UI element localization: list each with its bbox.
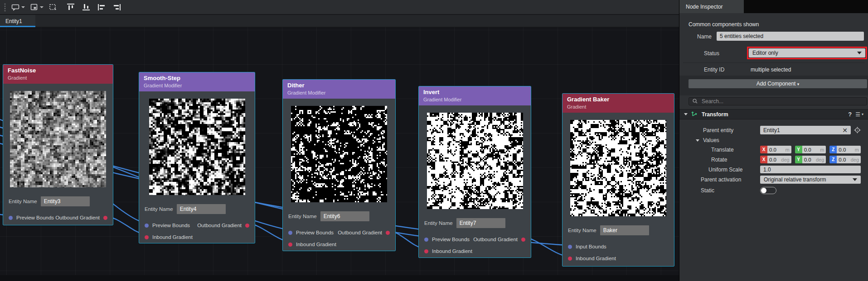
input-pin-dot[interactable] [424, 238, 428, 242]
parent-entity-field[interactable]: Entity1 ✕ [760, 126, 851, 134]
output-pin-dot[interactable] [521, 238, 525, 242]
rotate-y-field[interactable]: Y 0.0deg [795, 156, 826, 163]
rotate-x-value[interactable]: 0.0 [769, 157, 776, 162]
entity-name-input[interactable]: Entity4 [177, 204, 226, 214]
input-pin-dot[interactable] [568, 245, 572, 249]
node-fastnoise[interactable]: FastNoise Gradient Entity Name Entity3 P… [3, 64, 113, 225]
node-header[interactable]: Gradient Baker Gradient [563, 94, 674, 113]
pin-label: Preview Bounds [432, 237, 470, 242]
align-right-button[interactable] [112, 2, 122, 12]
pin-preview-bounds[interactable]: Preview Bounds [145, 223, 190, 228]
node-group-tool-button[interactable] [29, 2, 45, 12]
entity-id-value: multiple selected [751, 67, 791, 73]
align-left-button[interactable] [96, 2, 107, 12]
transform-icon [691, 110, 698, 119]
values-caret-icon[interactable] [696, 139, 699, 142]
rotate-x-field[interactable]: X 0.0deg [760, 156, 791, 163]
pin-input-bounds[interactable]: Input Bounds [568, 244, 606, 249]
edit-selection-icon [49, 4, 57, 11]
entity-name-input[interactable]: Entity7 [456, 218, 505, 228]
input-pin-dot[interactable] [145, 235, 149, 239]
entity-name-input[interactable]: Entity6 [320, 211, 369, 221]
output-pin-dot[interactable] [103, 216, 107, 220]
pin-preview-bounds[interactable]: Preview Bounds [424, 237, 470, 242]
pin-label: Outbound Gradient [197, 223, 242, 228]
output-pin-dot[interactable] [245, 224, 249, 228]
pin-outbound-gradient[interactable]: Outbound Gradient [338, 230, 390, 235]
pin-label: Inbound Gradient [432, 248, 472, 254]
static-toggle[interactable] [760, 187, 776, 194]
node-header[interactable]: Smooth-Step Gradient Modifier [139, 72, 255, 91]
pin-inbound-gradient[interactable]: Inbound Gradient [424, 248, 472, 254]
translate-x-field[interactable]: X 0.0m [760, 146, 791, 153]
component-search[interactable] [689, 97, 867, 105]
gradient-preview-image [291, 106, 387, 202]
node-title: Smooth-Step [144, 75, 250, 82]
input-pin-dot[interactable] [424, 249, 428, 253]
add-component-button[interactable]: Add Component ▾ [689, 79, 867, 88]
entity-picker-icon[interactable] [854, 127, 861, 133]
output-pin-dot[interactable] [386, 231, 390, 235]
input-pin-dot[interactable] [568, 257, 572, 261]
comment-tool-button[interactable] [10, 2, 26, 12]
align-bottom-button[interactable] [81, 2, 92, 12]
help-icon[interactable]: ? [848, 111, 852, 118]
pin-label: Preview Bounds [152, 223, 190, 228]
rotate-y-value[interactable]: 0.0 [804, 157, 811, 162]
node-header[interactable]: Invert Gradient Modifier [419, 86, 531, 105]
align-right-icon [113, 4, 121, 11]
pin-preview-bounds[interactable]: Preview Bounds [288, 230, 334, 235]
uniform-scale-field[interactable]: 1.0 [760, 166, 861, 173]
entity-name-label: Entity Name [145, 206, 173, 212]
pin-outbound-gradient[interactable]: Outbound Gradient [197, 223, 249, 228]
gradient-preview-image [149, 99, 245, 195]
rotate-z-value[interactable]: 0.0 [839, 157, 846, 162]
pin-inbound-gradient[interactable]: Inbound Gradient [288, 242, 336, 247]
status-dropdown[interactable]: Editor only [749, 48, 865, 57]
node-subtitle: Gradient [567, 104, 669, 110]
clear-icon[interactable]: ✕ [842, 127, 848, 133]
node-dither[interactable]: Dither Gradient Modifier Entity Name Ent… [282, 79, 396, 251]
pin-label: Input Bounds [576, 244, 606, 249]
unit-label: m [855, 147, 859, 152]
input-pin-dot[interactable] [288, 243, 292, 247]
search-input[interactable] [701, 98, 863, 105]
transform-header[interactable]: Transform ? ☰▾ [679, 109, 868, 119]
collapse-caret-icon[interactable] [684, 113, 688, 115]
node-invert[interactable]: Invert Gradient Modifier Entity Name Ent… [418, 86, 531, 258]
z-axis-badge: Z [829, 146, 837, 153]
translate-z-field[interactable]: Z 0.0m [829, 146, 861, 153]
node-header[interactable]: Dither Gradient Modifier [283, 80, 395, 99]
entity-name-input[interactable]: Entity3 [41, 196, 90, 206]
edit-selection-tool-button[interactable] [48, 2, 58, 12]
rotate-z-field[interactable]: Z 0.0deg [829, 156, 861, 163]
translate-z-value[interactable]: 0.0 [839, 147, 846, 152]
node-subtitle: Gradient Modifier [287, 90, 391, 96]
tab-entity1[interactable]: Entity1 [0, 15, 35, 27]
align-top-button[interactable] [65, 2, 76, 12]
pin-outbound-gradient[interactable]: Outbound Gradient [473, 237, 525, 242]
entity-name-input[interactable]: Baker [600, 225, 649, 235]
name-field[interactable]: 5 entities selected [717, 32, 864, 41]
z-axis-badge: Z [829, 156, 837, 163]
translate-x-value[interactable]: 0.0 [769, 147, 776, 152]
translate-y-field[interactable]: Y 0.0m [795, 146, 826, 153]
node-smooth-step[interactable]: Smooth-Step Gradient Modifier Entity Nam… [139, 72, 255, 243]
node-canvas[interactable]: FastNoise Gradient Entity Name Entity3 P… [0, 27, 679, 281]
app-root: Entity1 [0, 0, 868, 281]
node-header[interactable]: FastNoise Gradient [3, 65, 113, 84]
pin-inbound-gradient[interactable]: Inbound Gradient [145, 234, 193, 240]
translate-y-value[interactable]: 0.0 [804, 147, 811, 152]
input-pin-dot[interactable] [9, 216, 13, 220]
tab-node-inspector[interactable]: Node Inspector [679, 0, 744, 13]
input-pin-dot[interactable] [288, 231, 292, 235]
pin-inbound-gradient[interactable]: Inbound Gradient [568, 256, 616, 261]
node-gradient-baker[interactable]: Gradient Baker Gradient Entity Name Bake… [562, 93, 674, 267]
pin-outbound-gradient[interactable]: Outbound Gradient [55, 215, 107, 220]
parent-activation-dropdown[interactable]: Original relative transform [760, 176, 861, 184]
pin-preview-bounds[interactable]: Preview Bounds [9, 215, 54, 220]
pin-label: Inbound Gradient [576, 256, 616, 261]
toolbar-drag-handle-icon[interactable] [3, 3, 7, 12]
component-menu-icon[interactable]: ☰▾ [855, 111, 863, 118]
input-pin-dot[interactable] [145, 224, 149, 228]
